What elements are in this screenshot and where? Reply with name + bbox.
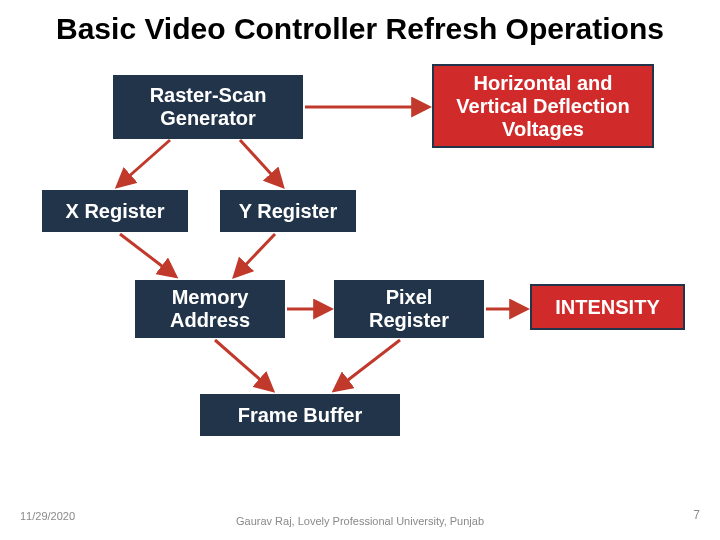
box-x-register: X Register <box>42 190 188 232</box>
box-intensity: INTENSITY <box>530 284 685 330</box>
box-y-register: Y Register <box>220 190 356 232</box>
box-label: X Register <box>66 200 165 223</box>
footer-page-number: 7 <box>693 508 700 522</box>
box-frame-buffer: Frame Buffer <box>200 394 400 436</box>
box-label: Frame Buffer <box>238 404 362 427</box>
box-label: Memory Address <box>145 286 275 332</box>
arrow-raster-to-yreg <box>240 140 282 186</box>
arrow-memaddr-to-framebuf <box>215 340 272 390</box>
box-deflection-voltages: Horizontal and Vertical Deflection Volta… <box>432 64 654 148</box>
box-label: Raster-Scan Generator <box>123 84 293 130</box>
arrow-pixelreg-to-framebuf <box>335 340 400 390</box>
footer-attribution: Gaurav Raj, Lovely Professional Universi… <box>0 515 720 528</box>
box-label: Horizontal and Vertical Deflection Volta… <box>442 72 644 141</box>
box-pixel-register: Pixel Register <box>334 280 484 338</box>
box-label: Pixel Register <box>344 286 474 332</box>
box-memory-address: Memory Address <box>135 280 285 338</box>
box-raster-scan-generator: Raster-Scan Generator <box>113 75 303 139</box>
arrow-raster-to-xreg <box>118 140 170 186</box>
box-label: INTENSITY <box>555 296 659 319</box>
box-label: Y Register <box>239 200 338 223</box>
arrow-yreg-to-memaddr <box>235 234 275 276</box>
arrow-xreg-to-memaddr <box>120 234 175 276</box>
slide-title: Basic Video Controller Refresh Operation… <box>0 12 720 46</box>
